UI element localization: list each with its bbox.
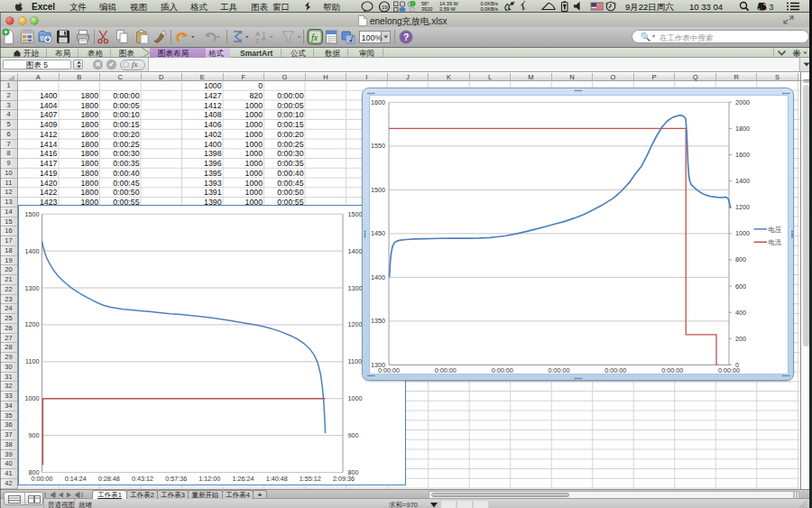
svg-text:2:09:36: 2:09:36 — [333, 475, 355, 483]
svg-text:0:00:00: 0:00:00 — [661, 366, 683, 374]
svg-text:电流: 电流 — [769, 238, 782, 246]
svg-text:400: 400 — [735, 309, 746, 317]
svg-text:?: ? — [403, 32, 409, 42]
svg-text:1300: 1300 — [347, 284, 362, 292]
svg-text:900: 900 — [28, 431, 39, 439]
svg-text:900: 900 — [347, 431, 358, 439]
svg-text:0:43:12: 0:43:12 — [132, 475, 153, 483]
svg-text:0:14:24: 0:14:24 — [64, 475, 86, 483]
svg-text:1500: 1500 — [24, 210, 39, 218]
svg-text:1500: 1500 — [371, 186, 385, 194]
svg-text:0:00:00: 0:00:00 — [718, 366, 740, 374]
svg-text:0:00:00: 0:00:00 — [435, 366, 457, 374]
svg-text:19: 19 — [382, 5, 388, 10]
svg-text:1550: 1550 — [371, 142, 385, 150]
svg-text:1000: 1000 — [347, 394, 362, 402]
svg-text:0:00:00: 0:00:00 — [31, 475, 52, 483]
svg-text:2000: 2000 — [735, 98, 750, 106]
svg-text:3: 3 — [770, 3, 774, 12]
svg-text:1600: 1600 — [735, 151, 750, 159]
svg-text:1000: 1000 — [735, 229, 750, 237]
svg-text:1300: 1300 — [24, 284, 39, 292]
svg-text:1100: 1100 — [25, 357, 39, 365]
svg-text:100%: 100% — [362, 33, 383, 42]
svg-text:200: 200 — [735, 335, 746, 343]
svg-text:1:12:00: 1:12:00 — [198, 475, 220, 483]
svg-text:1100: 1100 — [347, 357, 361, 365]
svg-text:fx: fx — [311, 32, 318, 42]
svg-text:0:00:00: 0:00:00 — [378, 366, 400, 374]
svg-text:1200: 1200 — [735, 203, 750, 211]
svg-text:0:28:48: 0:28:48 — [97, 475, 119, 483]
svg-text:1:40:48: 1:40:48 — [265, 475, 287, 483]
svg-text:0:00:00: 0:00:00 — [604, 366, 626, 374]
svg-text:Z: Z — [255, 38, 260, 44]
svg-text:0:00:00: 0:00:00 — [548, 366, 569, 374]
svg-text:800: 800 — [735, 255, 746, 263]
svg-text:0:00:00: 0:00:00 — [492, 366, 513, 374]
svg-text:1200: 1200 — [24, 320, 39, 328]
svg-text:1:26:24: 1:26:24 — [232, 475, 254, 483]
svg-text:1400: 1400 — [347, 247, 362, 255]
svg-text:0:57:36: 0:57:36 — [165, 475, 187, 483]
svg-text:1450: 1450 — [371, 229, 385, 237]
svg-text:电压: 电压 — [769, 226, 782, 234]
svg-text:600: 600 — [735, 282, 746, 291]
svg-text:A: A — [255, 31, 260, 37]
svg-text:1600: 1600 — [371, 98, 385, 106]
svg-text:1400: 1400 — [735, 177, 750, 185]
svg-text:1350: 1350 — [371, 317, 385, 325]
svg-text:1800: 1800 — [735, 125, 750, 133]
svg-text:1200: 1200 — [347, 320, 362, 328]
svg-text:1000: 1000 — [24, 394, 39, 402]
svg-text:1:55:12: 1:55:12 — [299, 475, 320, 483]
svg-text:1500: 1500 — [347, 210, 362, 218]
svg-text:1400: 1400 — [371, 273, 385, 282]
svg-text:1400: 1400 — [24, 247, 39, 255]
